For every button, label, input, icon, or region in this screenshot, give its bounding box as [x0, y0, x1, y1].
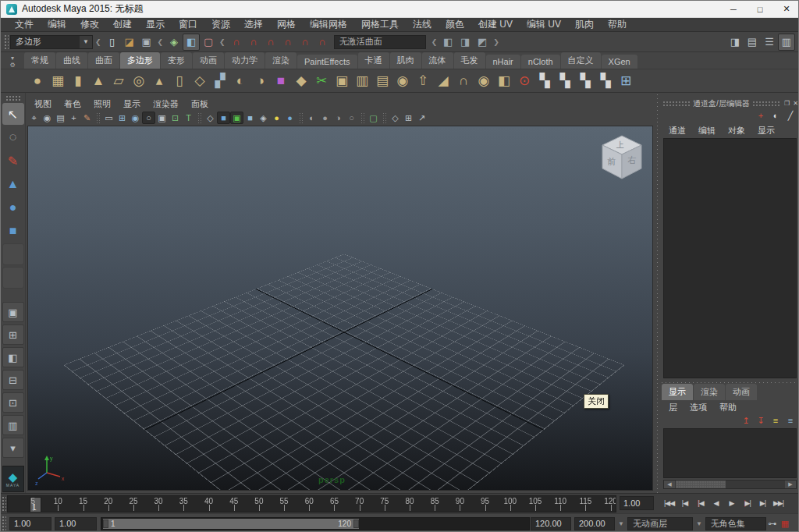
- channel-box-toggle-icon[interactable]: ▥: [778, 34, 795, 51]
- safe-action-icon[interactable]: ○: [142, 112, 155, 124]
- menu-edit-mesh[interactable]: 编辑网格: [304, 17, 353, 32]
- poly-platonic-icon[interactable]: ◇: [190, 71, 210, 91]
- step-back-key-button[interactable]: ||◀: [693, 496, 708, 510]
- character-set-select[interactable]: 无角色集: [705, 517, 766, 530]
- poly-pipe-icon[interactable]: ▯: [169, 71, 190, 91]
- boolean-icon[interactable]: ◉: [392, 71, 413, 91]
- viewport-canvas[interactable]: persp 上 前 右 y x z 关闭: [27, 126, 653, 491]
- drag-handle[interactable]: [5, 95, 21, 101]
- wireframe-on-shaded-icon[interactable]: ◈: [257, 112, 270, 124]
- group-collapse[interactable]: ❮: [155, 38, 166, 46]
- shelf-gear-icon[interactable]: ⚙: [9, 62, 15, 69]
- viewport-menu-renderer[interactable]: 渲染器: [147, 98, 184, 110]
- hyperbolic-curve-icon[interactable]: ╱: [784, 109, 797, 122]
- viewport-menu-panels[interactable]: 面板: [186, 98, 214, 110]
- select-camera-icon[interactable]: ⌖: [27, 112, 41, 124]
- extract-icon[interactable]: ▤: [372, 71, 392, 91]
- menu-mesh[interactable]: 网格: [271, 17, 302, 32]
- menu-normals[interactable]: 法线: [407, 17, 438, 32]
- poly-cylinder-icon[interactable]: ▮: [68, 71, 88, 91]
- layer-scrollbar[interactable]: ◀ ▶: [663, 480, 797, 489]
- render-current-frame-icon[interactable]: ◧: [439, 34, 456, 51]
- menu-muscle[interactable]: 肌肉: [569, 17, 600, 32]
- ipr-render-icon[interactable]: ◨: [456, 34, 474, 51]
- multisample-aa-icon[interactable]: ○: [345, 112, 358, 124]
- smooth-shade-icon[interactable]: ■: [217, 112, 230, 124]
- image-plane-icon[interactable]: ▤: [54, 112, 67, 124]
- poly-pyramid-icon[interactable]: ▴: [149, 71, 169, 91]
- animation-start-field[interactable]: 1.00: [9, 517, 51, 530]
- quad-draw-icon[interactable]: ▞: [210, 71, 230, 91]
- sculpt-icon[interactable]: ◆: [291, 71, 311, 91]
- float-panel-icon[interactable]: ❐: [783, 99, 791, 108]
- resolution-gate-icon[interactable]: ⊞: [115, 112, 129, 124]
- shelf-tab-muscle[interactable]: 肌肉: [390, 52, 421, 69]
- shelf-tab-xgen[interactable]: XGen: [602, 55, 637, 69]
- channel-box-titlebar[interactable]: 通道盒/层编辑器 ❐ ✕: [660, 98, 799, 108]
- textured-icon[interactable]: ▣: [230, 112, 243, 124]
- tool-settings-toggle-icon[interactable]: ☰: [761, 34, 778, 51]
- time-slider[interactable]: 1 51015202530354045505560657075808590951…: [7, 495, 616, 512]
- view-cube[interactable]: 上 前 右: [596, 133, 648, 183]
- shelf-tab-custom[interactable]: 自定义: [561, 52, 601, 69]
- group-collapse[interactable]: ❮: [429, 38, 440, 46]
- speed-control-icon[interactable]: ◐: [769, 109, 782, 122]
- menu-file[interactable]: 文件: [9, 17, 40, 32]
- merge-icon[interactable]: ◉: [474, 71, 494, 91]
- minimize-button[interactable]: ─: [720, 1, 747, 17]
- maximize-button[interactable]: □: [747, 1, 773, 17]
- layout-persp-outliner-button[interactable]: ◧: [2, 347, 24, 367]
- shelf-tab-fur[interactable]: 毛发: [454, 52, 485, 69]
- lock-camera-icon[interactable]: ◉: [41, 112, 54, 124]
- snap-grid-icon[interactable]: ∩: [228, 34, 245, 51]
- current-time-field[interactable]: 1.00: [620, 496, 654, 510]
- drag-handle[interactable]: [752, 101, 780, 106]
- character-set-editor-icon[interactable]: ▦: [779, 517, 791, 530]
- channelbox-menu-edit[interactable]: 编辑: [693, 124, 721, 137]
- mirror-icon[interactable]: ◧: [494, 71, 514, 91]
- snap-curve-icon[interactable]: ∩: [245, 34, 262, 51]
- viewport-menu-view[interactable]: 视图: [29, 98, 57, 110]
- poly-plane-icon[interactable]: ▱: [108, 71, 129, 91]
- menu-help[interactable]: 帮助: [602, 17, 633, 32]
- select-component-icon[interactable]: ▢: [200, 34, 217, 51]
- scroll-left-icon[interactable]: ◀: [664, 481, 675, 488]
- step-forward-key-button[interactable]: |▶|: [740, 496, 755, 510]
- use-default-material-icon[interactable]: ■: [243, 112, 257, 124]
- layer-list[interactable]: [663, 428, 797, 478]
- last-tool-slot-tool[interactable]: [2, 243, 24, 265]
- menu-modify[interactable]: 修改: [74, 17, 105, 32]
- layer-tab-anim[interactable]: 动画: [726, 384, 757, 400]
- open-scene-icon[interactable]: ◪: [121, 34, 138, 51]
- layout-four-view-button[interactable]: ⊞: [2, 325, 24, 345]
- menu-assets[interactable]: 资源: [205, 17, 236, 32]
- combine-icon[interactable]: ▣: [332, 71, 352, 91]
- duplicate-view-icon[interactable]: ⊞: [402, 112, 415, 124]
- shelf-tab-dynamics[interactable]: 动力学: [225, 52, 265, 69]
- shelf-tab-ncloth[interactable]: nCloth: [521, 55, 560, 69]
- separate-icon[interactable]: ▥: [352, 71, 372, 91]
- extrude-icon[interactable]: ⇧: [413, 71, 433, 91]
- multi-cut-icon[interactable]: ✂: [311, 71, 332, 91]
- shelf-tab-surfaces[interactable]: 曲面: [88, 52, 119, 69]
- channelbox-menu-object[interactable]: 对象: [723, 124, 751, 137]
- shelf-tab-polygons[interactable]: 多边形: [120, 52, 160, 69]
- menu-display[interactable]: 显示: [140, 17, 171, 32]
- viewport-menu-show[interactable]: 显示: [118, 98, 146, 110]
- new-layer-from-selected-icon[interactable]: ≡: [784, 414, 797, 427]
- close-button[interactable]: ✕: [773, 1, 799, 17]
- ambient-occlusion-icon[interactable]: ●: [318, 112, 332, 124]
- move-tool[interactable]: ▲: [2, 173, 24, 195]
- layout-persp-graph-button[interactable]: ⊟: [2, 370, 24, 390]
- make-live-icon[interactable]: ∩: [314, 34, 331, 51]
- menu-set-dropdown[interactable]: 多边形 ▼: [10, 35, 93, 49]
- menu-window[interactable]: 窗口: [172, 17, 204, 32]
- target-weld-icon[interactable]: ⊙: [514, 71, 534, 91]
- scene-view-icon[interactable]: ◇: [389, 112, 402, 124]
- shelf-tab-deformation[interactable]: 变形: [161, 52, 192, 69]
- menu-select[interactable]: 选择: [238, 17, 269, 32]
- viewport-menu-shading[interactable]: 着色: [59, 98, 87, 110]
- shelf-tab-animation[interactable]: 动画: [193, 52, 224, 69]
- chevron-down-icon[interactable]: ▼: [693, 520, 705, 527]
- playback-end-field[interactable]: 120.00: [531, 517, 571, 530]
